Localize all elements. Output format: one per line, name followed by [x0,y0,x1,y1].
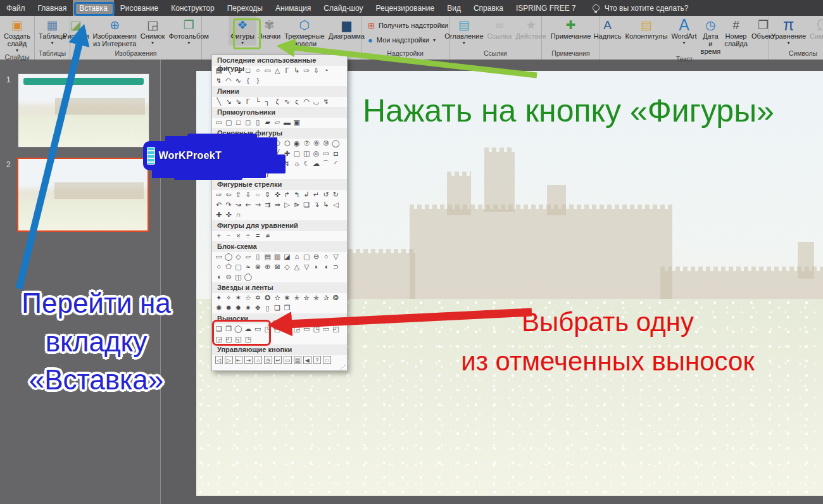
shape-icon[interactable]: ▭ [214,118,223,128]
shape-icon[interactable]: ↰ [292,190,301,200]
shape-icon[interactable]: ▯ [253,118,263,128]
shape-icon[interactable]: ✚ [282,149,292,159]
shape-icon[interactable]: ⇨ [302,66,311,76]
shape-icon[interactable]: { [243,76,253,86]
shape-icon[interactable]: ⊕ [263,262,272,272]
resize-grip-icon[interactable]: ⋰ [340,364,346,370]
shape-icon[interactable]: ↱ [282,190,292,200]
shape-icon[interactable]: ▭ [321,149,330,159]
shape-icon[interactable]: ⊳ [292,200,301,210]
ribbon-button-comment[interactable]: ✚Примечание [549,16,593,40]
shape-icon[interactable]: [ [234,169,243,179]
shape-icon[interactable]: ⇤ [235,356,243,364]
shape-icon[interactable]: ▰ [263,118,272,128]
ribbon-button-3d-models[interactable]: ⬡Трехмерные модели▾ [282,16,327,53]
shape-icon[interactable]: ▭ [284,356,292,364]
shape-icon[interactable]: ▤ [214,66,223,76]
shape-icon[interactable]: ⇛ [272,200,282,210]
shape-icon[interactable]: ◪ [282,252,292,262]
shape-icon[interactable]: ✸ [234,303,243,313]
shape-icon[interactable]: ⌒ [321,159,330,169]
shape-icon[interactable]: ◰ [331,324,341,334]
shape-icon[interactable]: ⑩ [321,139,330,149]
shape-icon[interactable]: ↻ [331,190,341,200]
shape-icon[interactable]: ⇥ [244,356,253,364]
shape-icon[interactable]: ✚ [214,210,223,220]
shape-icon[interactable]: = [253,231,263,241]
tab-review[interactable]: Рецензирование [370,0,441,16]
shape-icon[interactable]: ☺ [263,159,272,169]
shape-icon[interactable]: ◯ [331,139,341,149]
shape-icon[interactable]: ☾ [302,159,311,169]
shape-icon[interactable]: ↶ [214,200,223,210]
shape-icon[interactable]: ◱ [282,324,292,334]
shape-icon[interactable]: ✦ [214,293,223,303]
ribbon-button-header-footer[interactable]: ▤Колонтитулы [623,16,669,40]
slide-panel[interactable]: 12 [0,60,161,504]
shape-icon[interactable]: ς [292,97,301,107]
ribbon-button-pictures[interactable]: ◪Рисунки [61,16,91,40]
ribbon-button-slide-number[interactable]: #Номер слайда [722,16,750,47]
shape-icon[interactable]: ✜ [223,210,233,220]
shape-icon[interactable]: ◉ [292,139,301,149]
shape-icon[interactable]: ∿ [282,97,292,107]
shape-icon[interactable]: ◁ [331,200,341,210]
shape-icon[interactable]: ◲ [292,324,301,334]
tab-help[interactable]: Справка [467,0,510,16]
ribbon-button-my-addins[interactable]: ●Мои надстройки▾ [368,35,436,45]
shape-icon[interactable]: } [263,169,272,179]
shape-icon[interactable]: ○ [223,139,233,149]
shape-icon[interactable]: ◀ [303,356,311,364]
shape-icon[interactable]: × [234,231,243,241]
shape-icon[interactable]: ≈ [243,262,253,272]
shape-icon[interactable]: ❏ [302,200,311,210]
shape-icon[interactable]: ◎ [223,159,233,169]
shape-icon[interactable]: ◠ [302,97,311,107]
ribbon-button-create-slide[interactable]: ▣Создать слайд▾ [0,16,34,53]
shape-icon[interactable]: [] [214,169,223,179]
shape-icon[interactable]: └ [253,97,263,107]
shape-icon[interactable]: ✫ [272,293,282,303]
shape-icon[interactable]: ▢ [302,252,311,262]
shape-icon[interactable]: ↳ [321,200,330,210]
shape-icon[interactable]: ♡ [272,159,282,169]
ribbon-button-equation[interactable]: πУравнение▾ [769,16,808,46]
shape-icon[interactable]: ? [313,356,322,364]
shape-icon[interactable]: ✯ [311,293,321,303]
shape-icon[interactable]: ✭ [292,293,301,303]
tab-draw[interactable]: Рисование [114,0,165,16]
shape-icon[interactable]: ⊠ [272,262,282,272]
shape-icon[interactable]: ✪ [263,293,272,303]
shape-icon[interactable]: ✡ [253,293,263,303]
shape-icon[interactable]: ⇩ [243,190,253,200]
shape-icon[interactable]: ∿ [234,76,243,86]
shape-icon[interactable]: ↳ [292,66,301,76]
shape-icon[interactable]: ⇧ [234,190,243,200]
ribbon-button-screenshot[interactable]: ◲Снимок▾ [139,16,167,46]
shape-icon[interactable]: ⊃ [331,262,341,272]
shape-icon[interactable]: ✷ [243,303,253,313]
tab-transitions[interactable]: Переходы [221,0,269,16]
shape-icon[interactable]: ◷ [264,356,272,364]
shape-icon[interactable]: ◺ [243,139,253,149]
tab-view[interactable]: Вид [441,0,467,16]
shape-icon[interactable]: ⇕ [263,190,272,200]
shape-icon[interactable]: ○ [214,262,223,272]
shape-icon[interactable]: ▱ [272,118,282,128]
shape-icon[interactable]: ⬡ [282,139,292,149]
shape-icon[interactable]: ✰ [321,293,330,303]
shape-icon[interactable]: L [263,149,272,159]
shape-icon[interactable]: ↯ [282,159,292,169]
shape-icon[interactable]: ✮ [302,293,311,303]
shape-icon[interactable]: ⌂ [254,356,263,364]
shape-icon[interactable]: Γ [243,97,253,107]
shape-icon[interactable]: ⇔ [253,190,263,200]
tab-ispring[interactable]: ISPRING FREE 7 [510,0,582,16]
shape-icon[interactable]: } [253,76,263,86]
shape-icon[interactable]: ⊖ [223,272,233,282]
shape-icon[interactable]: ◇ [263,139,272,149]
shape-icon[interactable]: ⊗ [253,262,263,272]
shape-icon[interactable]: ⊖ [311,252,321,262]
shape-icon[interactable]: ❂ [331,293,341,303]
shape-icon[interactable]: ○ [253,66,263,76]
